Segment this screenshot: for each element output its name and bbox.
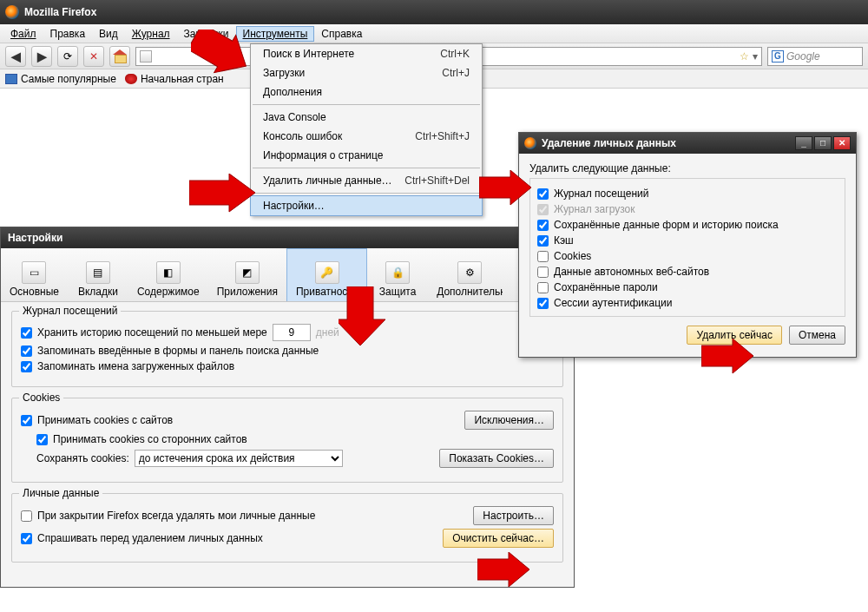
menu-item-addons[interactable]: Дополнения [251,82,482,102]
bookmark-label: Самые популярные [21,73,116,85]
back-button[interactable]: ◀ [5,46,26,67]
back-arrow-icon: ◀ [11,49,21,63]
label-accept-cookies: Принимать cookies с сайтов [37,414,173,426]
stop-button[interactable]: ✕ [83,46,104,67]
menu-item-web-search[interactable]: Поиск в ИнтернетеCtrl+K [251,44,482,63]
preferences-title: Настройки [8,232,62,244]
menu-item-clear-private-data[interactable]: Удалить личные данные…Ctrl+Shift+Del [251,171,482,190]
firefox-logo-icon [5,5,19,19]
checkbox-accept-cookies[interactable] [21,415,32,426]
svg-marker-3 [339,286,385,345]
label-remember-downloads: Запоминать имена загруженных файлов [37,360,234,372]
window-controls: _ □ ✕ [795,136,851,150]
cb-passwords[interactable] [537,282,549,293]
menubar: Файл Правка Вид Журнал Закладки Инструме… [0,24,868,43]
label-auth-sessions: Сессии аутентификации [554,297,673,309]
label-cookies: Cookies [554,250,591,262]
home-button[interactable] [109,46,130,67]
clear-now-button[interactable]: Очистить сейчас… [443,529,554,548]
label-days-suffix: дней [316,326,339,339]
cb-offline-data[interactable] [537,267,549,278]
tabs-tab-icon: ▤ [86,261,110,284]
checkbox-keep-history[interactable] [21,327,32,339]
label-keep-cookies: Сохранять cookies: [36,452,129,464]
tab-tabs[interactable]: ▤Вкладки [68,248,128,301]
label-offline-data: Данные автономных веб-сайтов [554,266,709,278]
maximize-button[interactable]: □ [814,136,832,150]
group-cookies-legend: Cookies [19,392,63,404]
label-browsing-history: Журнал посещений [554,188,648,200]
preferences-tabs: ▭Основные ▤Вкладки ◧Содержимое ◩Приложен… [1,248,574,302]
annotation-arrow-icon [479,170,533,208]
preferences-body: Журнал посещений Хранить историю посещен… [1,302,574,587]
checkbox-clear-on-close[interactable] [21,510,32,522]
menu-item-error-console[interactable]: Консоль ошибокCtrl+Shift+J [251,127,482,146]
cb-cache[interactable] [537,235,549,247]
security-tab-icon: 🔒 [385,261,410,284]
svg-marker-5 [701,339,753,373]
tab-applications[interactable]: ◩Приложения [208,248,286,301]
privacy-tab-icon: 🔑 [315,261,339,284]
svg-marker-0 [191,30,252,82]
tab-main[interactable]: ▭Основные [1,248,68,301]
cancel-button[interactable]: Отмена [789,326,845,345]
menu-view[interactable]: Вид [92,26,125,42]
cb-browsing-history[interactable] [537,188,549,200]
search-placeholder: Google [786,50,820,63]
svg-marker-2 [479,170,531,205]
menu-edit[interactable]: Правка [43,26,93,42]
label-cache: Кэш [554,234,574,247]
menu-item-java-console[interactable]: Java Console [251,108,482,127]
private-settings-button[interactable]: Настроить… [473,506,554,525]
menu-item-downloads[interactable]: ЗагрузкиCtrl+J [251,63,482,82]
checkbox-accept-third-party-cookies[interactable] [36,434,48,445]
cb-download-history [537,204,549,215]
menu-separator [253,193,480,194]
minimize-button[interactable]: _ [795,136,812,150]
label-remember-forms: Запоминать введённые в формы и панель по… [37,345,319,357]
select-keep-cookies[interactable]: до истечения срока их действия [135,450,343,467]
home-icon [114,51,126,62]
checkbox-ask-before-clear[interactable] [21,533,32,544]
menu-item-preferences[interactable]: Настройки… [250,195,483,216]
clear-dialog-body: Удалить следующие данные: Журнал посещен… [519,154,856,357]
label-passwords: Сохранённые пароли [554,281,658,293]
cb-cookies[interactable] [537,251,549,262]
input-history-days[interactable] [273,324,311,341]
cb-form-search-history[interactable] [537,220,549,231]
exceptions-button[interactable]: Исключения… [464,411,554,430]
forward-arrow-icon: ▶ [37,49,47,63]
menu-history[interactable]: Журнал [125,26,177,42]
annotation-arrow-icon [191,30,252,82]
tab-advanced[interactable]: ⚙Дополнительно [428,248,511,301]
bookmark-most-visited[interactable]: Самые популярные [5,73,116,85]
menu-separator [253,104,480,105]
reload-button[interactable]: ⟳ [57,46,78,67]
menu-help[interactable]: Справка [314,26,369,42]
group-private-legend: Личные данные [19,487,102,499]
menu-separator [253,168,480,168]
clear-items-group: Журнал посещений Журнал загрузок Сохранё… [529,178,845,317]
menu-file[interactable]: Файл [3,26,43,42]
annotation-arrow-icon [477,552,531,590]
firefox-titlebar: Mozilla Firefox [0,0,868,24]
main-tab-icon: ▭ [22,261,46,284]
tab-content[interactable]: ◧Содержимое [128,248,208,301]
firefox-logo-icon [524,137,536,149]
cb-auth-sessions[interactable] [537,298,549,309]
urlbar-dropdown-icon[interactable]: ▾ [753,50,758,63]
forward-button[interactable]: ▶ [31,46,52,67]
tools-dropdown-menu: Поиск в ИнтернетеCtrl+K ЗагрузкиCtrl+J Д… [250,43,483,216]
menu-item-page-info[interactable]: Информация о странице [251,146,482,165]
label-download-history: Журнал загрузок [554,203,635,215]
label-clear-on-close: При закрытии Firefox всегда удалять мои … [37,510,315,522]
show-cookies-button[interactable]: Показать Cookies… [439,449,554,468]
checkbox-remember-downloads[interactable] [21,361,32,372]
preferences-window: Настройки ▭Основные ▤Вкладки ◧Содержимое… [0,227,575,588]
svg-marker-1 [189,174,255,212]
checkbox-remember-forms[interactable] [21,345,32,357]
annotation-arrow-icon [701,339,755,377]
search-bar[interactable]: G Google [767,47,863,66]
close-button[interactable]: ✕ [833,136,851,150]
bookmark-star-icon[interactable]: ☆ [740,50,749,63]
